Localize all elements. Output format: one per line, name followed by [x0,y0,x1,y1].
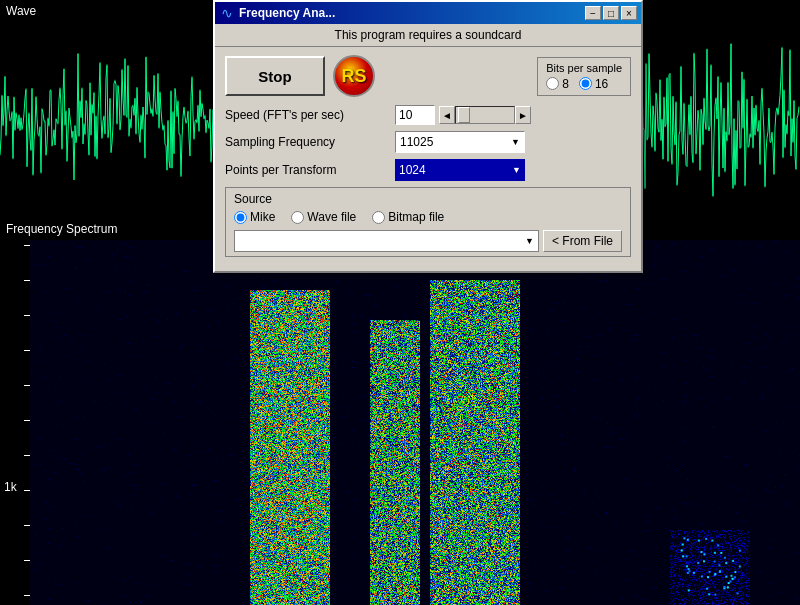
sampling-label: Sampling Frequency [225,135,395,149]
bits-16-label: 16 [595,77,608,91]
title-bar-left: ∿ Frequency Ana... [219,5,335,21]
y-axis [22,245,30,595]
frequency-spectrum-label: Frequency Spectrum [6,222,117,236]
logo: RS [333,55,375,97]
from-file-button[interactable]: < From File [543,230,622,252]
spectrogram-canvas [30,240,800,605]
bits-per-sample-label: Bits per sample [546,62,622,74]
source-radios: Mike Wave file Bitmap file [234,210,622,224]
source-mike-option: Mike [234,210,275,224]
sampling-dropdown-arrow: ▼ [511,137,520,147]
source-legend: Source [234,192,622,206]
title-bar: ∿ Frequency Ana... − □ × [215,2,641,24]
speed-slider-right-arrow[interactable]: ► [515,106,531,124]
title-controls: − □ × [585,6,637,20]
file-dropdown-arrow: ▼ [525,236,534,246]
source-bitmap-label: Bitmap file [388,210,444,224]
notice-text: This program requires a soundcard [335,28,522,42]
speed-slider-container: ◄ ► [439,106,531,124]
source-bitmap-radio[interactable] [372,211,385,224]
freq-1k-label: 1k [4,480,17,494]
bits-8-radio[interactable] [546,77,559,90]
bits-per-sample-group: Bits per sample 8 16 [537,57,631,96]
source-mike-label: Mike [250,210,275,224]
left-waveform-canvas [0,0,215,240]
bits-radio-row: 8 16 [546,77,622,91]
bits-8-option: 8 [546,77,569,91]
points-row: Points per Transform 1024 ▼ [225,159,631,181]
app-icon: ∿ [219,5,235,21]
points-dropdown[interactable]: 1024 ▼ [395,159,525,181]
file-row: ▼ < From File [234,230,622,252]
minimize-button[interactable]: − [585,6,601,20]
frequency-analyzer-dialog: ∿ Frequency Ana... − □ × This program re… [213,0,643,273]
speed-row: Speed (FFT's per sec) ◄ ► [225,105,631,125]
speed-slider-thumb[interactable] [458,107,470,123]
maximize-button[interactable]: □ [603,6,619,20]
source-wave-option: Wave file [291,210,356,224]
bits-8-label: 8 [562,77,569,91]
speed-slider-track[interactable] [455,106,515,124]
source-group: Source Mike Wave file Bitmap file ▼ [225,187,631,257]
points-dropdown-arrow: ▼ [512,165,521,175]
sampling-value: 11025 [400,135,433,149]
bits-16-radio[interactable] [579,77,592,90]
source-bitmap-option: Bitmap file [372,210,444,224]
speed-input[interactable] [395,105,435,125]
right-wave-panel [640,0,800,240]
stop-row: Stop RS Bits per sample 8 16 [225,55,631,97]
close-button[interactable]: × [621,6,637,20]
stop-button[interactable]: Stop [225,56,325,96]
sampling-dropdown[interactable]: 11025 ▼ [395,131,525,153]
dialog-title: Frequency Ana... [239,6,335,20]
points-label: Points per Transform [225,163,395,177]
wave-label: Wave [6,4,36,18]
source-wave-label: Wave file [307,210,356,224]
file-dropdown[interactable]: ▼ [234,230,539,252]
sampling-row: Sampling Frequency 11025 ▼ [225,131,631,153]
dialog-content: Stop RS Bits per sample 8 16 [215,47,641,271]
source-mike-radio[interactable] [234,211,247,224]
source-wave-radio[interactable] [291,211,304,224]
points-value: 1024 [399,163,426,177]
speed-slider-left-arrow[interactable]: ◄ [439,106,455,124]
notice-bar: This program requires a soundcard [215,24,641,47]
left-wave-panel [0,0,215,240]
bits-16-option: 16 [579,77,608,91]
logo-text: RS [341,66,366,87]
speed-label: Speed (FFT's per sec) [225,108,395,122]
right-waveform-canvas [640,0,800,240]
